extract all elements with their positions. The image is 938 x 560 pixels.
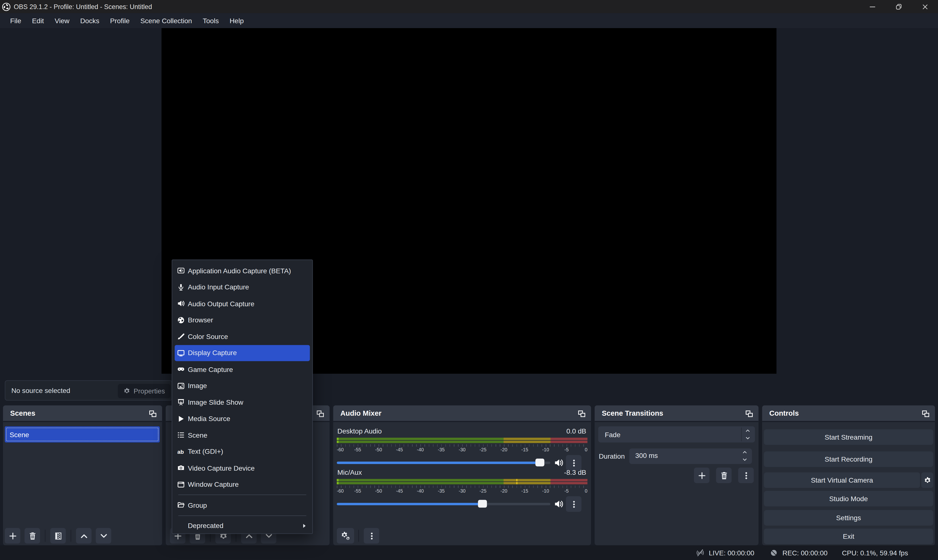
popout-icon[interactable] [745,409,753,418]
duration-spinbox[interactable]: 300 ms [629,448,752,464]
display-capture-icon [177,349,185,357]
menu-view[interactable]: View [49,13,75,28]
speaker-icon[interactable] [554,499,564,509]
menu-item-scene[interactable]: Scene [172,427,312,443]
image-slide-show-icon [177,398,185,406]
scene-transitions-panel: Scene Transitions Fade Duration 300 ms [595,405,759,545]
popout-icon[interactable] [148,409,157,418]
menu-scene-collection[interactable]: Scene Collection [135,13,197,28]
volume-meter [337,438,587,443]
gear-icon [923,476,931,484]
add-transition-button[interactable] [694,468,710,483]
channel-level-db: -8.3 dB [564,469,587,476]
text-gdi-icon: ab [177,448,185,455]
trash-icon [719,471,729,480]
menu-item-image[interactable]: Image [172,378,312,394]
menu-item-deprecated[interactable]: Deprecated [172,517,312,534]
mixer-bottom-toolbar [337,528,383,544]
kebab-icon [742,471,751,480]
menu-separator [179,515,307,515]
menu-help[interactable]: Help [224,13,249,28]
mixer-menu-button[interactable] [364,528,379,544]
meter-peak-tick [516,479,517,482]
speaker-icon[interactable] [554,458,564,468]
volume-slider-handle[interactable] [535,458,544,466]
start-streaming-button[interactable]: Start Streaming [764,429,933,445]
scenes-add-button[interactable] [5,528,20,544]
audio-mixer-panel: Audio Mixer Desktop Audio0.0 dB -60-55-5… [333,405,591,545]
spin-down-icon[interactable] [745,436,751,441]
menu-bar: FileEditViewDocksProfileScene Collection… [0,13,938,28]
volume-slider-handle[interactable] [478,500,487,508]
studio-mode-button[interactable]: Studio Mode [764,491,933,506]
audio-input-capture-icon [177,283,185,291]
spin-down-icon[interactable] [742,457,748,462]
menu-item-audio-output-capture[interactable]: Audio Output Capture [172,295,312,312]
transition-properties-button[interactable] [738,468,754,483]
advanced-audio-properties-button[interactable] [337,528,354,544]
toolbar-separator [359,530,359,542]
spin-up-icon[interactable] [745,428,751,433]
start-virtual-camera-button[interactable]: Start Virtual Camera [764,472,920,488]
scenes-panel-header: Scenes [3,405,162,422]
properties-button[interactable]: Properties [118,384,170,398]
scenes-remove-button[interactable] [25,528,40,544]
close-button[interactable] [912,0,938,13]
menu-tools[interactable]: Tools [197,13,224,28]
popout-icon[interactable] [578,409,586,418]
remove-transition-button[interactable] [716,468,732,483]
scene-list-item[interactable]: Scene [5,426,160,443]
add-icon [697,471,706,480]
scenes-filters-button[interactable] [50,528,66,544]
channel-menu-button[interactable] [566,455,582,471]
popout-icon[interactable] [921,409,929,418]
transitions-toolbar [595,468,759,483]
volume-slider[interactable] [337,462,550,464]
menu-file[interactable]: File [5,13,27,28]
menu-item-group[interactable]: Group [172,497,312,513]
transition-selected-value: Fade [605,431,621,438]
browser-icon [177,316,185,324]
audio-mixer-panel-header: Audio Mixer [333,405,591,422]
controls-panel: Controls Start StreamingStart RecordingS… [762,405,935,545]
menu-item-text-gdi[interactable]: abText (GDI+) [172,443,312,460]
menu-item-game-capture[interactable]: Game Capture [172,361,312,378]
record-status-icon [769,548,779,557]
menu-item-image-slide-show[interactable]: Image Slide Show [172,394,312,410]
menu-item-color-source[interactable]: Color Source [172,328,312,345]
settings-button[interactable]: Settings [764,510,933,526]
channel-menu-button[interactable] [566,496,582,512]
menu-item-display-capture[interactable]: Display Capture [175,345,310,361]
controls-panel-title: Controls [769,409,799,417]
menu-docks[interactable]: Docks [75,13,105,28]
menu-item-window-capture[interactable]: Window Capture [172,476,312,492]
start-recording-button[interactable]: Start Recording [764,451,933,467]
popout-icon[interactable] [316,409,324,418]
spin-up-icon[interactable] [742,449,748,454]
toolbar-separator [45,530,45,542]
move-up-icon [79,531,88,540]
virtual-camera-config-button[interactable] [921,472,933,488]
restore-button[interactable] [885,0,912,13]
menu-edit[interactable]: Edit [27,13,49,28]
menu-profile[interactable]: Profile [105,13,135,28]
minimize-button[interactable] [859,0,886,13]
menu-separator [179,495,307,495]
menu-item-audio-input-capture[interactable]: Audio Input Capture [172,279,312,295]
menu-item-video-capture-device[interactable]: Video Capture Device [172,460,312,476]
controls-panel-header: Controls [762,405,935,422]
transition-select[interactable]: Fade [598,426,755,443]
exit-button[interactable]: Exit [764,529,933,544]
audio-mixer-panel-title: Audio Mixer [340,409,381,417]
svg-text:ab: ab [177,448,184,455]
menu-item-application-audio-capture-beta[interactable]: Application Audio Capture (BETA) [172,263,312,279]
scenes-move-up-button[interactable] [76,528,92,544]
scenes-panel-title: Scenes [10,409,35,417]
menu-item-browser[interactable]: Browser [172,312,312,328]
scenes-move-down-button[interactable] [96,528,111,544]
menu-item-media-source[interactable]: Media Source [172,411,312,427]
status-bar: LIVE: 00:00:00 REC: 00:00:00 CPU: 0.1%, … [0,545,938,560]
volume-slider[interactable] [337,503,550,505]
toolbar-separator [71,530,71,542]
channel-name: Desktop Audio [337,428,382,435]
